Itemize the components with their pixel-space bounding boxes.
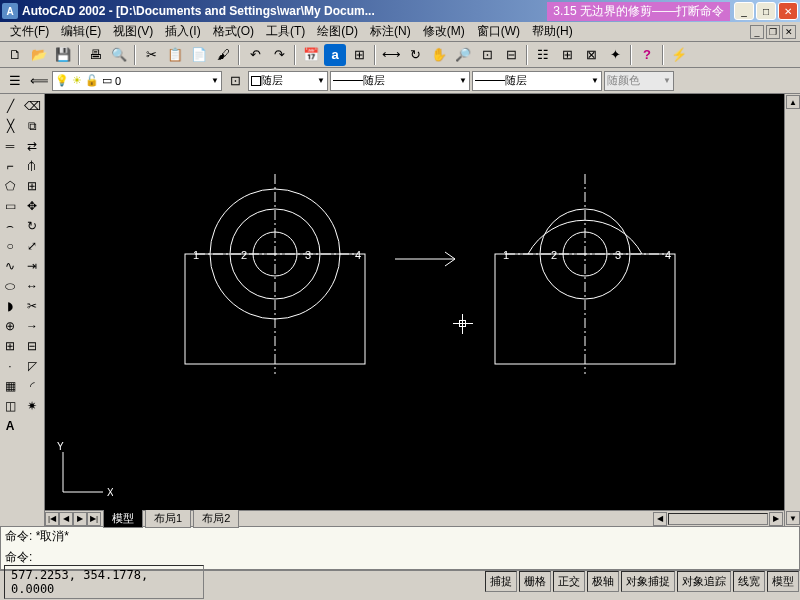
zoom-window-icon[interactable]: ⊡ [476, 44, 498, 66]
vscroll-down[interactable]: ▼ [786, 511, 800, 525]
menu-format[interactable]: 格式(O) [207, 21, 260, 42]
tab-model[interactable]: 模型 [103, 509, 143, 528]
extend-icon[interactable]: → [22, 316, 42, 336]
toggle-osnap[interactable]: 对象捕捉 [621, 571, 675, 592]
menu-modify[interactable]: 修改(M) [417, 21, 471, 42]
toggle-polar[interactable]: 极轴 [587, 571, 619, 592]
lengthen-icon[interactable]: ↔ [22, 276, 42, 296]
tab-layout1[interactable]: 布局1 [145, 509, 191, 528]
designcenter-icon[interactable]: ⊞ [556, 44, 578, 66]
maximize-button[interactable]: □ [756, 2, 776, 20]
menu-draw[interactable]: 绘图(D) [311, 21, 364, 42]
point-icon[interactable]: · [0, 356, 20, 376]
region-icon[interactable]: ◫ [0, 396, 20, 416]
toggle-model[interactable]: 模型 [767, 571, 799, 592]
offset-icon[interactable]: ⫛ [22, 156, 42, 176]
open-icon[interactable]: 📂 [28, 44, 50, 66]
rotate-icon[interactable]: ↻ [22, 216, 42, 236]
tab-first[interactable]: |◀ [45, 512, 59, 526]
hscroll-track[interactable] [668, 513, 768, 525]
drawing-area[interactable]: 1 2 3 4 1 2 3 4 [45, 94, 784, 526]
layer-prev-icon[interactable]: ⟸ [28, 70, 50, 92]
today-icon[interactable]: 📅 [300, 44, 322, 66]
pline-icon[interactable]: ⌐ [0, 156, 20, 176]
toggle-grid[interactable]: 栅格 [519, 571, 551, 592]
toggle-snap[interactable]: 捕捉 [485, 571, 517, 592]
mdi-restore[interactable]: ❐ [766, 25, 780, 39]
layer-manager-icon[interactable]: ☰ [4, 70, 26, 92]
menu-tools[interactable]: 工具(T) [260, 21, 311, 42]
menu-insert[interactable]: 插入(I) [159, 21, 206, 42]
trim-icon[interactable]: ✂ [22, 296, 42, 316]
save-icon[interactable]: 💾 [52, 44, 74, 66]
ucs-icon[interactable]: ⊞ [348, 44, 370, 66]
spline-icon[interactable]: ∿ [0, 256, 20, 276]
paste-icon[interactable]: 📄 [188, 44, 210, 66]
hatch-icon[interactable]: ▦ [0, 376, 20, 396]
chamfer-icon[interactable]: ◸ [22, 356, 42, 376]
line-icon[interactable]: ╱ [0, 96, 20, 116]
zoom-realtime-icon[interactable]: 🔎 [452, 44, 474, 66]
model-space-canvas[interactable]: 1 2 3 4 1 2 3 4 [45, 94, 784, 510]
vertical-scrollbar[interactable]: ▲ ▼ [784, 94, 800, 526]
explode-icon[interactable]: ✷ [22, 396, 42, 416]
menu-help[interactable]: 帮助(H) [526, 21, 579, 42]
help-icon[interactable]: ? [636, 44, 658, 66]
menu-window[interactable]: 窗口(W) [471, 21, 526, 42]
match-properties-icon[interactable]: 🖌 [212, 44, 234, 66]
print-icon[interactable]: 🖶 [84, 44, 106, 66]
tab-layout2[interactable]: 布局2 [193, 509, 239, 528]
fillet-icon[interactable]: ◜ [22, 376, 42, 396]
circle-icon[interactable]: ○ [0, 236, 20, 256]
ellipse-arc-icon[interactable]: ◗ [0, 296, 20, 316]
autodesk-icon[interactable]: a [324, 44, 346, 66]
dbconnect-icon[interactable]: ⊠ [580, 44, 602, 66]
mline-icon[interactable]: ═ [0, 136, 20, 156]
break-icon[interactable]: ⊟ [22, 336, 42, 356]
pan-icon[interactable]: ✋ [428, 44, 450, 66]
make-block-icon[interactable]: ⊞ [0, 336, 20, 356]
menu-file[interactable]: 文件(F) [4, 21, 55, 42]
print-preview-icon[interactable]: 🔍 [108, 44, 130, 66]
linetype-dropdown[interactable]: 随层 ▼ [330, 71, 470, 91]
command-window[interactable]: 命令: *取消* 命令: [0, 526, 800, 570]
dist-icon[interactable]: ⟷ [380, 44, 402, 66]
layer-state-icon[interactable]: ⊡ [224, 70, 246, 92]
tab-prev[interactable]: ◀ [59, 512, 73, 526]
scale-icon[interactable]: ⤢ [22, 236, 42, 256]
ellipse-icon[interactable]: ⬭ [0, 276, 20, 296]
minimize-button[interactable]: _ [734, 2, 754, 20]
xline-icon[interactable]: ╳ [0, 116, 20, 136]
layer-dropdown[interactable]: 💡 ☀ 🔓 ▭ 0 ▼ [52, 71, 222, 91]
erase-icon[interactable]: ⌫ [22, 96, 42, 116]
hscroll-right[interactable]: ▶ [769, 512, 783, 526]
menu-edit[interactable]: 编辑(E) [55, 21, 107, 42]
polygon-icon[interactable]: ⬠ [0, 176, 20, 196]
copy-icon[interactable]: 📋 [164, 44, 186, 66]
toggle-lwt[interactable]: 线宽 [733, 571, 765, 592]
close-button[interactable]: ✕ [778, 2, 798, 20]
mirror-icon[interactable]: ⇄ [22, 136, 42, 156]
stretch-icon[interactable]: ⇥ [22, 256, 42, 276]
toggle-ortho[interactable]: 正交 [553, 571, 585, 592]
properties-icon[interactable]: ☷ [532, 44, 554, 66]
mdi-minimize[interactable]: _ [750, 25, 764, 39]
undo-icon[interactable]: ↶ [244, 44, 266, 66]
redo-icon[interactable]: ↷ [268, 44, 290, 66]
lineweight-dropdown[interactable]: 随层 ▼ [472, 71, 602, 91]
toggle-otrack[interactable]: 对象追踪 [677, 571, 731, 592]
menu-dimension[interactable]: 标注(N) [364, 21, 417, 42]
arc-icon[interactable]: ⌢ [0, 216, 20, 236]
tools-icon[interactable]: ✦ [604, 44, 626, 66]
color-dropdown[interactable]: 随层 ▼ [248, 71, 328, 91]
menu-view[interactable]: 视图(V) [107, 21, 159, 42]
cut-icon[interactable]: ✂ [140, 44, 162, 66]
redraw-icon[interactable]: ↻ [404, 44, 426, 66]
vscroll-up[interactable]: ▲ [786, 95, 800, 109]
active-assist-icon[interactable]: ⚡ [668, 44, 690, 66]
zoom-prev-icon[interactable]: ⊟ [500, 44, 522, 66]
rectangle-icon[interactable]: ▭ [0, 196, 20, 216]
mtext-icon[interactable]: A [0, 416, 20, 436]
coordinate-display[interactable]: 577.2253, 354.1778, 0.0000 [4, 565, 204, 599]
new-icon[interactable]: 🗋 [4, 44, 26, 66]
